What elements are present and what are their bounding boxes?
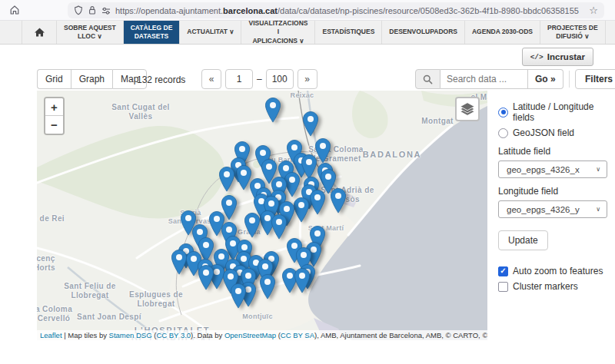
map-place-label: a ColomaCervelló	[37, 305, 72, 323]
attribution-link[interactable]: Leaflet	[40, 331, 62, 339]
attribution-link[interactable]: CC BY 3.0	[156, 331, 191, 339]
toolbar-divider	[569, 71, 570, 88]
radio-latlon-fields[interactable]	[498, 108, 508, 117]
map-marker-pin[interactable]	[294, 197, 309, 223]
nav-item-projectes-de-difusio[interactable]: PROJECTES DE DIFUSIÓ ∨	[540, 21, 606, 44]
graph-view-button[interactable]: Graph	[71, 69, 112, 89]
nav-item-label: CATÀLEG DE DATASETS	[131, 24, 173, 41]
nav-item-label: ACTUALITAT ∨	[187, 28, 234, 36]
nav-item-label: AGENDA 2030-ODS	[472, 28, 533, 36]
map-place-label: Montgat	[421, 117, 454, 126]
checkbox-label: Cluster markers	[513, 281, 578, 292]
cluster-markers-option[interactable]: Cluster markers	[498, 281, 607, 292]
map-marker-pin[interactable]	[244, 213, 260, 238]
page-range-dash: –	[257, 74, 262, 84]
latlon-fields-option[interactable]: Latitude / Longitude fields	[498, 101, 607, 123]
attribution-link[interactable]: CC BY SA	[281, 331, 314, 339]
auto-zoom-checkbox[interactable]: ✓	[498, 266, 508, 276]
latitude-field-value: geo_epgs_4326_x	[507, 165, 596, 174]
search-group: Go »	[415, 69, 563, 89]
nav-item-visualitzacions-aplicacions[interactable]: VISUALITZACIONS I APLICACIONS ∨	[241, 21, 315, 44]
auto-zoom-option[interactable]: ✓ Auto zoom to features	[498, 266, 607, 276]
attribution-text: ), AMB, Ajuntament de Barcelona, AMB, © …	[314, 331, 487, 339]
pagination: « – »	[201, 69, 317, 89]
map-place-label: icençHorts	[37, 254, 55, 273]
search-input[interactable]	[440, 69, 528, 89]
layers-control[interactable]	[455, 97, 480, 121]
prev-page-button[interactable]: «	[201, 69, 221, 89]
attribution-link[interactable]: Stamen DSG	[109, 331, 152, 339]
nav-item-desenvolupadors[interactable]: DESENVOLUPADORS	[382, 21, 465, 44]
nav-item-label: VISUALITZACIONS I APLICACIONS ∨	[248, 19, 308, 45]
browser-home-icon[interactable]	[9, 5, 20, 15]
address-bar[interactable]: https://opendata-ajuntament.barcelona.ca…	[68, 2, 604, 18]
map-place-label: Sant Cugat delVallès	[111, 103, 170, 121]
zoom-out-button[interactable]: −	[45, 116, 63, 134]
map-marker-pin[interactable]	[171, 250, 187, 275]
next-page-button[interactable]: »	[298, 69, 317, 89]
map-place-label: Esplugues deLlobregat	[129, 290, 183, 309]
map-place-label: Sant Joan Despí	[77, 313, 141, 322]
map-marker-pin[interactable]	[198, 265, 214, 290]
map-place-label: BADALONA	[363, 150, 422, 160]
url-domain: barcelona.cat	[223, 6, 278, 15]
page-from-input[interactable]	[225, 69, 253, 89]
nav-item-sobre-aquest-lloc[interactable]: SOBRE AQUEST LLOC ∨	[57, 21, 124, 44]
radio-label: Latitude / Longitude fields	[513, 101, 607, 123]
shield-icon[interactable]	[74, 5, 83, 15]
search-icon	[423, 74, 433, 84]
map-marker-pin[interactable]	[260, 274, 275, 299]
geojson-field-option[interactable]: GeoJSON field	[498, 127, 607, 138]
permissions-icon[interactable]	[101, 6, 111, 15]
map-marker-pin[interactable]	[219, 167, 234, 192]
map-marker-pin[interactable]	[236, 165, 251, 190]
nav-item-cataleg-de-datasets[interactable]: CATÀLEG DE DATASETS	[124, 21, 181, 44]
records-count: 132 records	[137, 74, 185, 85]
map-field-panel: Latitude / Longitude fields GeoJSON fiel…	[498, 101, 607, 296]
latitude-field-select[interactable]: geo_epgs_4326_x ∨	[498, 160, 607, 178]
radio-geojson-field[interactable]	[498, 128, 508, 138]
nav-item-label: SOBRE AQUEST LLOC ∨	[64, 24, 116, 41]
map-attribution: Leaflet | Map tiles by Stamen DSG (CC BY…	[37, 330, 487, 340]
view-switcher: Grid Graph Map	[37, 69, 147, 89]
embed-button[interactable]: </> Incrustar	[522, 48, 593, 66]
bookmark-star-icon[interactable]: ☆	[589, 5, 598, 15]
url-path: /data/ca/dataset/np-piscines/resource/05…	[278, 6, 579, 15]
go-button[interactable]: Go »	[528, 69, 563, 89]
cluster-markers-checkbox[interactable]	[498, 282, 508, 292]
map-marker-pin[interactable]	[310, 190, 325, 215]
search-addon	[415, 69, 440, 89]
nav-item-label: DESENVOLUPADORS	[389, 28, 457, 36]
update-button[interactable]: Update	[498, 230, 548, 250]
map-marker-pin[interactable]	[231, 283, 246, 309]
page-to-input[interactable]	[266, 69, 294, 89]
map-marker-pin[interactable]	[331, 188, 346, 213]
nav-item-agenda-2030-ods[interactable]: AGENDA 2030-ODS	[465, 21, 540, 44]
map-overlay: Reixacel MaSant Cugat delVallèsMontgatSa…	[37, 91, 487, 340]
nav-item-actualitat[interactable]: ACTUALITAT ∨	[180, 21, 241, 44]
nav-item-estadistiques[interactable]: ESTADÍSTIQUES	[315, 21, 382, 44]
zoom-in-button[interactable]: +	[45, 98, 63, 116]
map[interactable]: Reixacel MaSant Cugat delVallèsMontgatSa…	[37, 91, 487, 340]
browser-chrome: https://opendata-ajuntament.barcelona.ca…	[0, 0, 615, 21]
map-place-label: Reixac	[291, 91, 314, 100]
map-marker-pin[interactable]	[303, 111, 318, 137]
map-place-label: Sant Feliu deLlobregat	[64, 282, 115, 300]
latitude-field-label: Latitude field	[498, 146, 607, 157]
attribution-link[interactable]: OpenStreetMap	[224, 331, 276, 339]
radio-label: GeoJSON field	[513, 127, 574, 138]
nav-item-home[interactable]	[22, 21, 57, 44]
attribution-text: ). Data by	[191, 331, 224, 339]
attribution-text: | Map tiles by	[62, 331, 109, 339]
filters-button[interactable]: Filters	[575, 69, 615, 89]
lock-icon[interactable]	[88, 5, 97, 15]
map-marker-pin[interactable]	[315, 138, 331, 164]
map-zoom-control: + −	[44, 97, 65, 135]
longitude-field-select[interactable]: geo_epgs_4326_y ∨	[498, 200, 607, 218]
map-marker-pin[interactable]	[294, 268, 310, 293]
map-marker-pin[interactable]	[284, 172, 300, 197]
map-marker-pin[interactable]	[271, 214, 287, 240]
map-marker-pin[interactable]	[265, 98, 281, 123]
longitude-field-value: geo_epgs_4326_y	[507, 205, 596, 214]
grid-view-button[interactable]: Grid	[37, 69, 71, 89]
